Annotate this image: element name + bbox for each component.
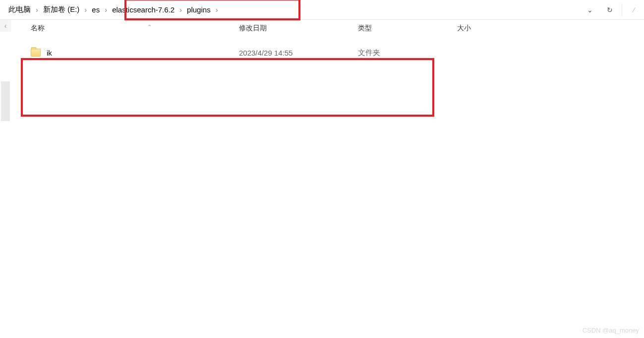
folder-icon xyxy=(31,49,41,57)
file-name-cell: ik xyxy=(31,49,239,57)
address-bar: 此电脑 › 新加卷 (E:) › es › elasticsearch-7.6.… xyxy=(0,0,644,20)
chevron-right-icon[interactable]: › xyxy=(177,0,184,19)
address-bar-controls: ⌄ ↻ ⁄ xyxy=(580,0,644,19)
chevron-right-icon[interactable]: › xyxy=(33,0,41,19)
file-type: 文件夹 xyxy=(358,48,457,58)
chevron-right-icon[interactable]: › xyxy=(102,0,110,19)
file-name: ik xyxy=(47,49,52,57)
sort-indicator-icon: ⌃ xyxy=(147,24,152,30)
main-area: ‹ 名称 修改日期 类型 大小 ⌃ ik 2023/4/29 14:55 文件夹 xyxy=(0,20,644,338)
scrollbar-thumb[interactable] xyxy=(1,81,10,121)
refresh-button[interactable]: ↻ xyxy=(600,0,620,19)
watermark: CSDN @aq_money xyxy=(583,327,639,334)
history-dropdown-button[interactable]: ⌄ xyxy=(580,0,600,19)
collapse-arrow-icon[interactable]: ‹ xyxy=(0,20,11,32)
chevron-right-icon[interactable]: › xyxy=(213,0,221,19)
breadcrumb-item-drive[interactable]: 新加卷 (E:) xyxy=(41,0,82,19)
file-modified: 2023/4/29 14:55 xyxy=(239,49,358,57)
breadcrumb-item-plugins[interactable]: plugins xyxy=(184,0,213,19)
column-header-modified[interactable]: 修改日期 xyxy=(239,24,358,33)
side-gutter: ‹ xyxy=(0,20,11,338)
file-list-content: 名称 修改日期 类型 大小 ⌃ ik 2023/4/29 14:55 文件夹 xyxy=(11,20,644,338)
column-header-type[interactable]: 类型 xyxy=(358,24,457,33)
breadcrumb-item-elasticsearch[interactable]: elasticsearch-7.6.2 xyxy=(110,0,177,19)
chevron-right-icon[interactable]: › xyxy=(82,0,89,19)
search-placeholder-icon: ⁄ xyxy=(634,6,635,14)
list-item[interactable]: ik 2023/4/29 14:55 文件夹 xyxy=(31,44,644,62)
breadcrumb-item-es[interactable]: es xyxy=(89,0,102,19)
breadcrumb-item-pc[interactable]: 此电脑 xyxy=(6,0,33,19)
divider xyxy=(622,3,622,16)
breadcrumb: 此电脑 › 新加卷 (E:) › es › elasticsearch-7.6.… xyxy=(0,0,580,19)
search-area[interactable]: ⁄ xyxy=(624,0,644,19)
refresh-icon: ↻ xyxy=(607,6,613,14)
column-headers: 名称 修改日期 类型 大小 ⌃ xyxy=(11,20,644,37)
file-list: ik 2023/4/29 14:55 文件夹 xyxy=(11,37,644,62)
column-header-name[interactable]: 名称 xyxy=(31,24,239,33)
column-header-size[interactable]: 大小 xyxy=(457,24,531,33)
chevron-down-icon: ⌄ xyxy=(587,6,593,14)
